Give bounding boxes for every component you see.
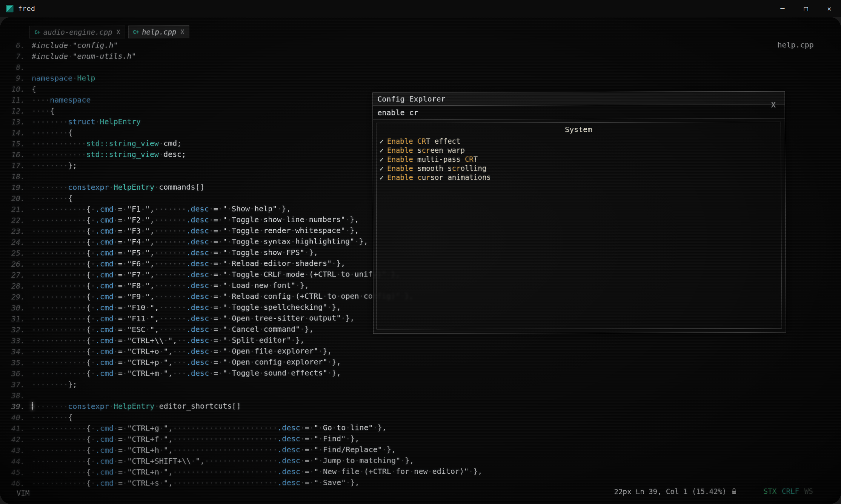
status-flags: STXCRLFWS — [758, 487, 813, 495]
config-item[interactable]: ✓Enable cursor animations — [377, 172, 781, 182]
config-close-button[interactable]: X — [771, 101, 776, 109]
config-item-text — [413, 173, 418, 181]
config-search-input[interactable]: enable cr — [373, 105, 784, 120]
line-number: 40. — [7, 412, 25, 423]
line-code: ············std::string_view·cmd; — [32, 138, 181, 149]
status-mode: VIM — [17, 489, 29, 497]
line-number: 41. — [7, 423, 25, 434]
config-item-text: smooth s — [413, 164, 452, 172]
line-number: 18. — [7, 171, 25, 182]
line-number: 19. — [7, 182, 25, 193]
line-number: 36. — [7, 368, 25, 379]
line-number: 46. — [7, 478, 25, 489]
line-number: 45. — [7, 467, 25, 478]
line-code: #include·"enum-utils.h" — [32, 51, 136, 62]
line-number: 42. — [7, 434, 25, 445]
line-number: 33. — [7, 335, 25, 346]
lock-icon — [731, 488, 737, 495]
line-code: ········constexpr·HelpEntry·editor_short… — [32, 401, 241, 412]
config-item-text: sor animations — [430, 173, 491, 181]
status-flag-crlf: CRLF — [782, 487, 799, 495]
config-item-text: CR — [465, 155, 474, 163]
line-code: ············{·.cmd·=·"F10·",······.desc·… — [32, 302, 341, 313]
config-item-text: cr — [452, 164, 461, 172]
config-item-text: s — [413, 146, 422, 154]
config-item[interactable]: ✓Enable multi-pass CRT — [377, 154, 781, 164]
line-number: 12. — [7, 106, 25, 117]
line-code: ············{·.cmd·=·"F6·",·······.desc·… — [32, 258, 345, 270]
line-code: ············{·.cmd·=·"CTRL+o·",···.desc·… — [32, 346, 332, 357]
line-number: 31. — [7, 313, 25, 324]
line-code: ····namespace — [32, 95, 91, 106]
tab-help.cpp[interactable]: C+help.cppX — [128, 25, 189, 38]
tab-close-icon[interactable]: X — [180, 28, 184, 35]
close-button[interactable]: ✕ — [818, 0, 841, 17]
checkbox-checked-icon: ✓ — [380, 137, 384, 145]
config-explorer-panel: Config Explorer enable cr X System ✓Enab… — [372, 91, 786, 334]
line-number: 17. — [7, 160, 25, 171]
line-number: 20. — [7, 193, 25, 204]
config-item-text: een warp — [430, 146, 465, 154]
line-code: ········{ — [32, 128, 72, 138]
line-code: ············{·.cmd·=·"F1·",·······.desc·… — [32, 203, 291, 215]
config-item[interactable]: ✓Enable screen warp — [377, 145, 781, 155]
minimize-button[interactable]: ─ — [771, 0, 794, 17]
status-flag-stx: STX — [764, 487, 777, 495]
line-number: 30. — [7, 303, 25, 313]
line-code: namespace·Help — [32, 73, 95, 84]
checkbox-checked-icon: ✓ — [380, 164, 384, 172]
line-number: 22. — [7, 215, 25, 226]
line-number: 29. — [7, 292, 25, 303]
config-item[interactable]: ✓Enable CRT effect — [377, 136, 781, 146]
line-code: ············{·.cmd·=·"F8·",·······.desc·… — [32, 280, 309, 292]
line-code: { — [32, 84, 36, 95]
tab-audio-engine.cpp[interactable]: C+audio-engine.cppX — [29, 26, 125, 39]
line-code: ············{·.cmd·=·"F5·",·······.desc·… — [32, 247, 318, 259]
line-number: 35. — [7, 357, 25, 368]
checkbox-checked-icon: ✓ — [380, 173, 384, 181]
line-code: ········}; — [32, 160, 77, 171]
config-item-text: Enable — [387, 173, 413, 181]
line-number: 24. — [7, 237, 25, 248]
tab-label: audio-engine.cpp — [43, 28, 112, 36]
config-item[interactable]: ✓Enable smooth scrolling — [377, 163, 781, 173]
line-code: ············{·.cmd·=·"F9·",·······.desc·… — [32, 290, 414, 303]
line-code: ············{·.cmd·=·"CTRL+p·",···.desc·… — [32, 356, 341, 368]
line-number: 34. — [7, 346, 25, 357]
line-code: ············{·.cmd·=·"CTRL+\\·",··.desc·… — [32, 335, 304, 346]
config-item-text: Enable — [387, 146, 413, 154]
config-item-text: olling — [461, 164, 487, 172]
config-item-text: cr — [422, 146, 430, 154]
tab-close-icon[interactable]: X — [117, 28, 120, 35]
filename-badge: help.cpp — [777, 40, 813, 49]
line-code: ········{ — [32, 412, 73, 423]
status-flag-ws: WS — [804, 487, 813, 495]
line-number: 28. — [7, 281, 25, 292]
line-code: ····{ — [32, 106, 54, 117]
line-number: 23. — [7, 226, 25, 237]
status-right: 22px Ln 39, Col 1 (15.42%) STXCRLFWS — [614, 487, 813, 496]
line-number: 16. — [7, 149, 25, 160]
line-number: 44. — [7, 456, 25, 467]
line-code: ············std::string_view·desc; — [32, 149, 186, 160]
line-number: 13. — [7, 117, 25, 128]
line-code: ············{·.cmd·=·"CTRL+n·",·········… — [32, 466, 482, 478]
cpp-file-icon: C+ — [133, 29, 138, 35]
title-bar: fred ─ □ ✕ — [0, 0, 841, 17]
line-number: 11. — [7, 95, 25, 106]
checkbox-checked-icon: ✓ — [380, 155, 384, 163]
line-code: #include·"config.h" — [32, 40, 118, 51]
config-list: System ✓Enable CRT effect✓Enable screen … — [376, 122, 782, 330]
line-code: ············{·.cmd·=·"CTRL+m·",···.desc·… — [32, 367, 341, 379]
line-code: ············{·.cmd·=·"F4·",·······.desc·… — [32, 236, 368, 247]
config-item-text: Enable — [387, 137, 413, 145]
line-code: ············{·.cmd·=·"CTRL+h·",·········… — [32, 444, 396, 456]
maximize-button[interactable]: □ — [794, 0, 818, 17]
config-item-text: u — [422, 173, 426, 181]
line-number: 10. — [7, 84, 25, 95]
app-icon — [6, 5, 14, 12]
config-item-text: r — [426, 173, 430, 181]
config-item-text — [413, 137, 418, 145]
line-number: 27. — [7, 270, 25, 281]
config-item-text: Enable — [387, 155, 413, 163]
